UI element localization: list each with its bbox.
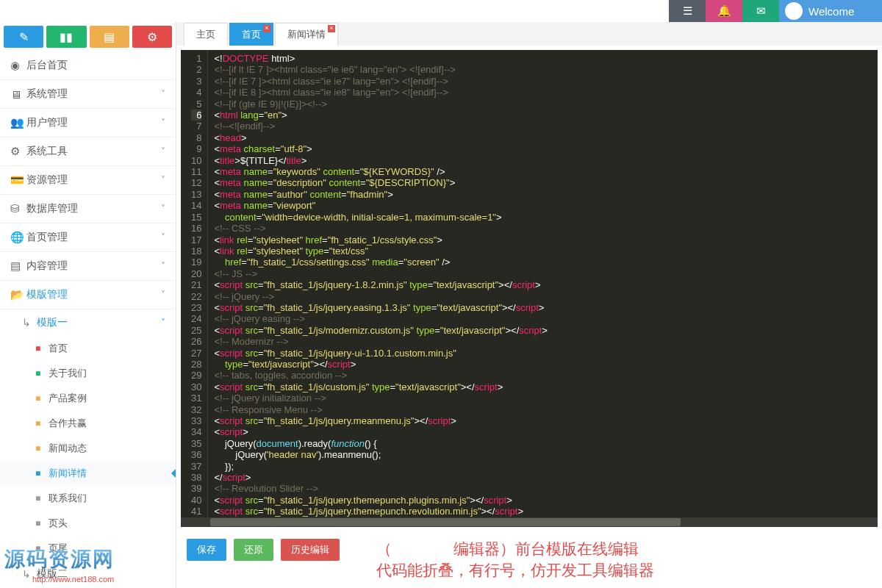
code-line[interactable]: <!-- jQuery initialization --> [214,392,547,404]
line-number[interactable]: 10 [191,155,201,166]
nav-item-0[interactable]: ◉后台首页 [0,51,176,80]
line-number[interactable]: 25 [191,325,201,336]
tab-1[interactable]: 首页× [229,23,273,46]
code-line[interactable]: <!--[if IE 7 ]><html class="ie ie7" lang… [214,76,547,87]
line-number[interactable]: 30 [191,381,201,392]
code-line[interactable]: <meta name="description" content="${DESC… [214,177,547,188]
line-number[interactable]: 7 [191,121,201,132]
code-line[interactable]: <head> [214,132,547,143]
code-line[interactable]: <script src="fh_static_1/js/jquery.theme… [214,495,547,506]
line-number[interactable]: 31 [191,392,201,404]
line-number[interactable]: 34 [191,426,201,437]
line-number[interactable]: 29 [191,370,201,381]
line-number[interactable]: 21 [191,279,201,290]
topbar-user[interactable]: Welcome [779,0,882,22]
nav-item-6[interactable]: 🌐首页管理˅ [0,223,176,252]
code-line[interactable]: <script src="fh_static_1/js/custom.js" t… [214,381,547,392]
code-line[interactable]: }); [214,461,547,472]
line-number[interactable]: 14 [191,200,201,211]
code-line[interactable]: type="text/javascript"></script> [214,359,547,370]
code-line[interactable]: <script> [214,426,547,437]
code-line[interactable]: <meta charset="utf-8"> [214,143,547,154]
code-line[interactable]: <meta name="keywords" content="${KEYWORD… [214,166,547,177]
line-number[interactable]: 1 [191,53,201,64]
line-number[interactable]: 28 [191,359,201,370]
line-number[interactable]: 38 [191,472,201,483]
nav-item-5[interactable]: ⛁数据库管理˅ [0,195,176,223]
page-item-1[interactable]: ■关于我们 [0,361,176,386]
history-button[interactable]: 历史编辑 [281,539,340,561]
line-number[interactable]: 13 [191,189,201,200]
save-button[interactable]: 保存 [187,539,226,561]
code-line[interactable]: <!-- jQuery --> [214,291,547,302]
code-line[interactable]: <script src="fh_static_1/js/jquery.meanm… [214,415,547,426]
line-number[interactable]: 33 [191,415,201,426]
line-number[interactable]: 4 [191,87,201,98]
close-icon[interactable]: × [328,25,335,32]
topbar-bell-icon[interactable]: 🔔 [706,0,742,22]
page-item-7[interactable]: ■页头 [0,511,176,536]
code-editor[interactable]: 1234567891011121314151617181920212223242… [181,50,878,527]
code-line[interactable]: <!-- Responsive Menu --> [214,404,547,415]
line-number[interactable]: 15 [191,212,201,223]
topbar-mail-icon[interactable]: ✉ [742,0,779,22]
code-line[interactable]: <!-- JS --> [214,268,547,279]
code-line[interactable]: <script src="fh_static_1/js/jquery.theme… [214,506,547,517]
subnav-template1[interactable]: ↳模版一˅ [0,309,176,336]
tab-2[interactable]: 新闻详情× [275,23,338,46]
code-line[interactable]: href="fh_static_1/css/settings.css" medi… [214,257,547,268]
code-line[interactable]: <meta name="viewport" [214,200,547,211]
code-line[interactable]: <script src="fh_static_1/js/jquery-ui-1.… [214,348,547,359]
action-book-button[interactable]: ▤ [90,26,129,48]
close-icon[interactable]: × [263,25,270,32]
line-number[interactable]: 17 [191,234,201,245]
action-stats-button[interactable]: ▮▮ [46,26,86,48]
line-gutter[interactable]: 1234567891011121314151617181920212223242… [181,50,208,527]
nav-item-3[interactable]: ⚙系统工具˅ [0,137,176,166]
line-number[interactable]: 9 [191,143,201,154]
h-scrollbar-thumb[interactable] [210,518,681,526]
nav-item-8[interactable]: 📂模版管理˅ [0,281,176,309]
line-number[interactable]: 2 [191,64,201,75]
page-item-5[interactable]: ■新闻详情 [0,461,176,486]
action-edit-button[interactable]: ✎ [4,26,43,48]
code-line[interactable]: <!--[if lt IE 7 ]><html class="ie ie6" l… [214,64,547,75]
line-number[interactable]: 16 [191,223,201,234]
line-number[interactable]: 35 [191,438,201,449]
code-line[interactable]: <!-- CSS --> [214,223,547,234]
page-item-4[interactable]: ■新闻动态 [0,436,176,461]
nav-item-7[interactable]: ▤内容管理˅ [0,252,176,281]
topbar-server-icon[interactable]: ☰ [669,0,706,22]
code-line[interactable]: <link rel="stylesheet" type="text/css" [214,245,547,257]
code-line[interactable]: <link rel="stylesheet" href="fh_static_1… [214,234,547,245]
code-area[interactable]: <!DOCTYPE html><!--[if lt IE 7 ]><html c… [208,50,547,527]
page-item-6[interactable]: ■联系我们 [0,486,176,511]
line-number[interactable]: 39 [191,483,201,494]
line-number[interactable]: 24 [191,313,201,324]
line-number[interactable]: 40 [191,495,201,506]
line-number[interactable]: 41 [191,506,201,517]
restore-button[interactable]: 还原 [234,539,273,561]
code-line[interactable]: <script src="fh_static_1/js/jquery-1.8.2… [214,279,547,290]
line-number[interactable]: 12 [191,177,201,188]
code-line[interactable]: <title>${TITLE}</title> [214,155,547,166]
line-number[interactable]: 11 [191,166,201,177]
line-number[interactable]: 8 [191,132,201,143]
h-scrollbar[interactable] [181,517,878,527]
page-item-3[interactable]: ■合作共赢 [0,411,176,436]
page-item-2[interactable]: ■产品案例 [0,386,176,411]
code-line[interactable]: </script> [214,472,547,483]
line-number[interactable]: 3 [191,76,201,87]
code-line[interactable]: <!-- jQuery easing --> [214,313,547,324]
code-line[interactable]: <!-- Modernizr --> [214,336,547,347]
nav-item-4[interactable]: 💳资源管理˅ [0,166,176,195]
line-number[interactable]: 23 [191,302,201,313]
code-line[interactable]: <!--[if IE 8 ]><html class="ie ie8" lang… [214,87,547,98]
code-line[interactable]: <!--<![endif]--> [214,121,547,132]
code-line[interactable]: <!DOCTYPE html> [214,53,547,64]
code-line[interactable]: <html lang="en"> [214,110,547,121]
tab-0[interactable]: 主页 [184,23,228,46]
line-number[interactable]: 32 [191,404,201,415]
line-number[interactable]: 5 [191,98,201,110]
line-number[interactable]: 20 [191,268,201,279]
